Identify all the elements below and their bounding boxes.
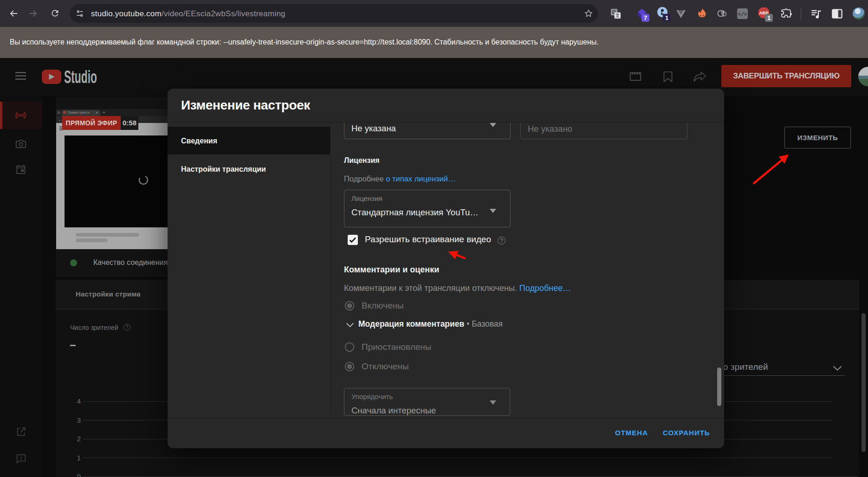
svg-text:文: 文 <box>615 13 620 18</box>
svg-text:1: 1 <box>665 14 668 21</box>
svg-text:1: 1 <box>767 14 771 21</box>
svg-text:</>: </> <box>738 12 747 17</box>
svg-text:7: 7 <box>644 14 647 21</box>
